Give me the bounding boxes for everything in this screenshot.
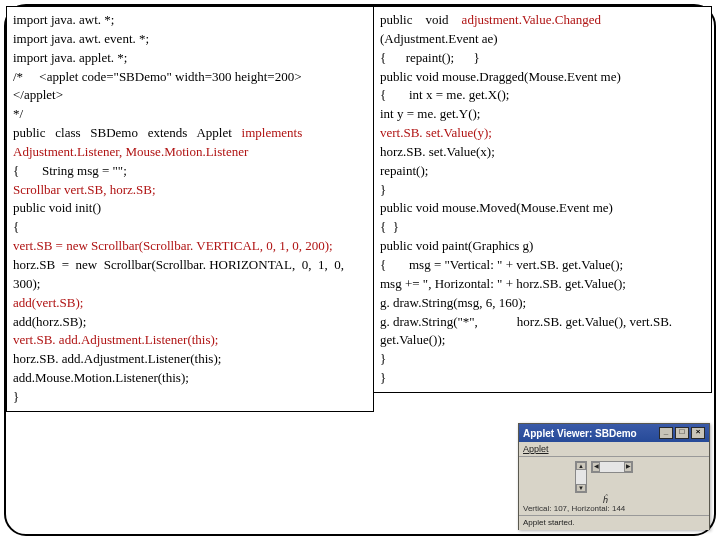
code-segment: */ — [13, 106, 23, 121]
code-line: g. draw.String(msg, 6, 160); — [380, 294, 705, 313]
applet-status-text: Applet started. — [523, 518, 575, 527]
code-segment: vert.SB. set.Value(y); — [380, 125, 492, 140]
code-segment: horz.SB = new Scrollbar(Scrollbar. HORIZ… — [13, 257, 347, 291]
code-line: import java. awt. event. *; — [13, 30, 367, 49]
code-segment: int y = me. get.Y(); — [380, 106, 480, 121]
code-segment: </applet> — [13, 87, 63, 102]
code-line: Adjustment.Listener, Mouse.Motion.Listen… — [13, 143, 367, 162]
code-line: add.Mouse.Motion.Listener(this); — [13, 369, 367, 388]
code-segment: } — [380, 370, 386, 385]
code-segment: import java. awt. event. *; — [13, 31, 149, 46]
code-line: public class SBDemo extends Applet imple… — [13, 124, 367, 143]
code-line: (Adjustment.Event ae) — [380, 30, 705, 49]
code-segment: } — [380, 182, 386, 197]
applet-body: ▲ ▼ ◀ ▶ ĥ Vertical: 107, Horizontal: 144 — [519, 457, 709, 515]
code-segment: public void init() — [13, 200, 101, 215]
code-line: { repaint(); } — [380, 49, 705, 68]
code-line: horz.SB. set.Value(x); — [380, 143, 705, 162]
code-segment: public void mouse.Moved(Mouse.Event me) — [380, 200, 613, 215]
code-line: repaint(); — [380, 162, 705, 181]
code-segment: public void mouse.Dragged(Mouse.Event me… — [380, 69, 621, 84]
applet-titlebar[interactable]: Applet Viewer: SBDemo _ □ × — [519, 424, 709, 442]
code-line: horz.SB. add.Adjustment.Listener(this); — [13, 350, 367, 369]
code-line: add(vert.SB); — [13, 294, 367, 313]
code-line: /* <applet code="SBDemo" width=300 heigh… — [13, 68, 367, 87]
code-column-left: import java. awt. *;import java. awt. ev… — [6, 6, 374, 412]
code-line: int y = me. get.Y(); — [380, 105, 705, 124]
code-segment: msg += ", Horizontal: " + horz.SB. get.V… — [380, 276, 626, 291]
code-line: public void init() — [13, 199, 367, 218]
code-line: import java. applet. *; — [13, 49, 367, 68]
code-line: import java. awt. *; — [13, 11, 367, 30]
code-line: } — [380, 369, 705, 388]
code-segment: add(horz.SB); — [13, 314, 86, 329]
code-segment: horz.SB. set.Value(x); — [380, 144, 495, 159]
code-segment: { int x = me. get.X(); — [380, 87, 509, 102]
applet-title: Applet Viewer: SBDemo — [523, 428, 637, 439]
code-segment: { String msg = ""; — [13, 163, 127, 178]
code-segment: { msg = "Vertical: " + vert.SB. get.Valu… — [380, 257, 623, 272]
code-line: { } — [380, 218, 705, 237]
code-segment: vert.SB. add.Adjustment.Listener(this); — [13, 332, 218, 347]
code-line: public void mouse.Moved(Mouse.Event me) — [380, 199, 705, 218]
applet-menubar[interactable]: Applet — [519, 442, 709, 457]
code-segment: g. draw.String("*", horz.SB. get.Value()… — [380, 314, 675, 348]
horizontal-scrollbar[interactable]: ◀ ▶ — [591, 461, 633, 473]
code-segment: add.Mouse.Motion.Listener(this); — [13, 370, 189, 385]
code-line: horz.SB = new Scrollbar(Scrollbar. HORIZ… — [13, 256, 367, 294]
code-line: public void adjustment.Value.Changed — [380, 11, 705, 30]
maximize-button[interactable]: □ — [675, 427, 689, 439]
code-segment: (Adjustment.Event ae) — [380, 31, 498, 46]
code-segment: } — [380, 351, 386, 366]
code-segment: Scrollbar vert.SB, horz.SB; — [13, 182, 156, 197]
applet-statusbar: Applet started. — [519, 515, 709, 530]
scroll-right-arrow-icon[interactable]: ▶ — [624, 462, 632, 472]
applet-menu-item[interactable]: Applet — [523, 444, 549, 454]
code-line: } — [380, 181, 705, 200]
code-segment: implements — [242, 125, 303, 140]
code-segment: adjustment.Value.Changed — [462, 12, 601, 27]
scroll-down-arrow-icon[interactable]: ▼ — [576, 484, 586, 492]
code-segment: { — [13, 219, 19, 234]
code-line: g. draw.String("*", horz.SB. get.Value()… — [380, 313, 705, 351]
code-line: vert.SB. set.Value(y); — [380, 124, 705, 143]
window-controls: _ □ × — [659, 427, 705, 439]
code-segment: horz.SB. add.Adjustment.Listener(this); — [13, 351, 221, 366]
code-line: msg += ", Horizontal: " + horz.SB. get.V… — [380, 275, 705, 294]
applet-viewer-window: Applet Viewer: SBDemo _ □ × Applet ▲ ▼ ◀… — [518, 423, 710, 530]
code-segment: { } — [380, 219, 399, 234]
scroll-left-arrow-icon[interactable]: ◀ — [592, 462, 600, 472]
code-segment: g. draw.String(msg, 6, 160); — [380, 295, 526, 310]
code-line: Scrollbar vert.SB, horz.SB; — [13, 181, 367, 200]
code-segment: add(vert.SB); — [13, 295, 83, 310]
code-segment: repaint(); — [380, 163, 428, 178]
code-line: </applet> — [13, 86, 367, 105]
applet-values-text: Vertical: 107, Horizontal: 144 — [523, 504, 625, 513]
code-line: { String msg = ""; — [13, 162, 367, 181]
code-line: { msg = "Vertical: " + vert.SB. get.Valu… — [380, 256, 705, 275]
code-line: { int x = me. get.X(); — [380, 86, 705, 105]
code-segment: public void paint(Graphics g) — [380, 238, 533, 253]
close-button[interactable]: × — [691, 427, 705, 439]
code-segment: /* <applet code="SBDemo" width=300 heigh… — [13, 69, 301, 84]
code-line: { — [13, 218, 367, 237]
code-line: vert.SB = new Scrollbar(Scrollbar. VERTI… — [13, 237, 367, 256]
code-segment: } — [13, 389, 19, 404]
code-segment: { repaint(); } — [380, 50, 480, 65]
minimize-button[interactable]: _ — [659, 427, 673, 439]
code-line: add(horz.SB); — [13, 313, 367, 332]
code-segment: import java. awt. *; — [13, 12, 114, 27]
code-segment: Adjustment.Listener, Mouse.Motion.Listen… — [13, 144, 248, 159]
vertical-scrollbar[interactable]: ▲ ▼ — [575, 461, 587, 493]
code-column-right: public void adjustment.Value.Changed(Adj… — [374, 6, 712, 393]
code-segment: public class SBDemo extends Applet — [13, 125, 242, 140]
code-line: */ — [13, 105, 367, 124]
code-line: public void paint(Graphics g) — [380, 237, 705, 256]
scroll-up-arrow-icon[interactable]: ▲ — [576, 462, 586, 470]
code-segment: vert.SB = new Scrollbar(Scrollbar. VERTI… — [13, 238, 333, 253]
code-line: } — [380, 350, 705, 369]
code-columns: import java. awt. *;import java. awt. ev… — [6, 6, 712, 412]
code-line: } — [13, 388, 367, 407]
code-segment: public void — [380, 12, 462, 27]
code-line: vert.SB. add.Adjustment.Listener(this); — [13, 331, 367, 350]
